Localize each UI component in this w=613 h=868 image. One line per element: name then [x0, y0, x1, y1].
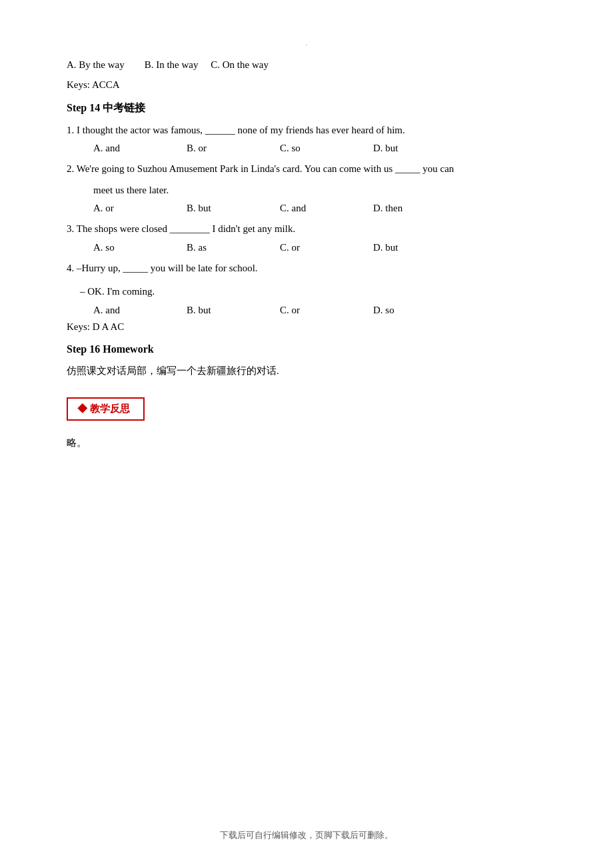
step16-text: 仿照课文对话局部，编写一个去新疆旅行的对话.: [67, 362, 546, 380]
q2-text: 2. We're going to Suzhou Amusement Park …: [67, 161, 546, 178]
intro-keys: Keys: ACCA: [67, 79, 546, 91]
q4-opt-a: A. and: [93, 305, 187, 316]
lue-text: 略。: [67, 437, 546, 449]
intro-option-a: A. By the way: [67, 59, 125, 70]
q1-opt-c: C. so: [280, 143, 373, 154]
q3-opt-b: B. as: [187, 242, 280, 253]
q4-dialog: – OK. I'm coming.: [80, 283, 546, 301]
intro-option-c: C. On the way: [211, 59, 269, 70]
q4-options: A. and B. but C. or D. so: [93, 305, 546, 316]
q3-opt-d: D. but: [373, 242, 466, 253]
q1-text: 1. I thought the actor was famous, _____…: [67, 122, 546, 139]
q3-options: A. so B. as C. or D. but: [93, 242, 546, 253]
step16-heading: Step 16 Homework: [67, 343, 546, 355]
footer-text: 下载后可自行编辑修改，页脚下载后可删除。: [0, 829, 613, 841]
dot-separator: ·: [67, 40, 546, 50]
q4-opt-c: C. or: [280, 305, 373, 316]
q1-opt-b: B. or: [187, 143, 280, 154]
q2-opt-c: C. and: [280, 203, 373, 214]
q3-opt-c: C. or: [280, 242, 373, 253]
step14-heading: Step 14 中考链接: [67, 101, 546, 115]
reflection-box: ◆ 教学反思: [67, 388, 546, 430]
q2-options: A. or B. but C. and D. then: [93, 203, 546, 214]
q2-wrap: meet us there later.: [93, 182, 546, 199]
reflection-label: ◆ 教学反思: [67, 397, 145, 421]
q2-opt-a: A. or: [93, 203, 187, 214]
intro-option-b: B. In the way: [145, 59, 199, 70]
q4-text: 4. –Hurry up, _____ you will be late for…: [67, 260, 546, 277]
intro-options-line: A. By the way B. In the way C. On the wa…: [67, 57, 546, 74]
step14-keys: Keys: D A AC: [67, 321, 546, 333]
q1-opt-a: A. and: [93, 143, 187, 154]
q4-opt-d: D. so: [373, 305, 466, 316]
q1-options: A. and B. or C. so D. but: [93, 143, 546, 154]
q3-text: 3. The shops were closed ________ I didn…: [67, 221, 546, 238]
q4-opt-b: B. but: [187, 305, 280, 316]
q2-opt-d: D. then: [373, 203, 466, 214]
q3-opt-a: A. so: [93, 242, 187, 253]
q1-opt-d: D. but: [373, 143, 466, 154]
q2-opt-b: B. but: [187, 203, 280, 214]
